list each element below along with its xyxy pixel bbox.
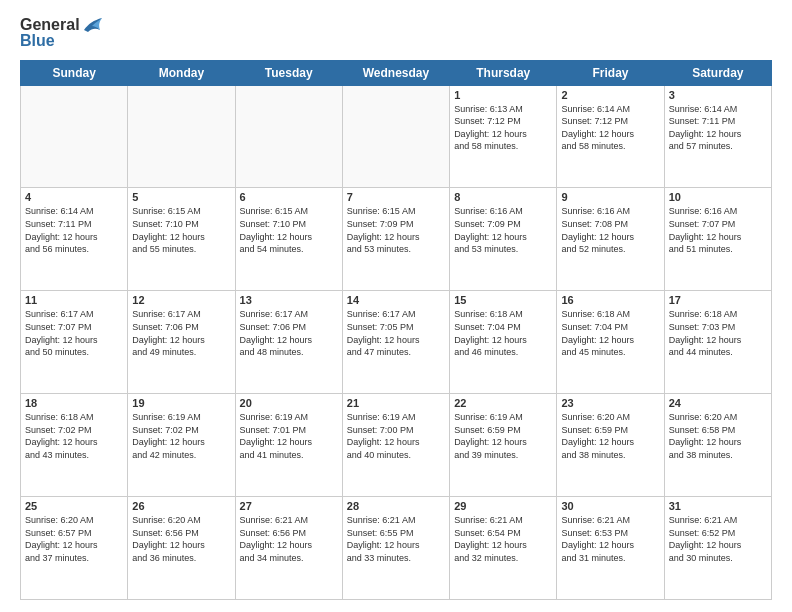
calendar-cell: 30Sunrise: 6:21 AMSunset: 6:53 PMDayligh…	[557, 497, 664, 600]
calendar-cell: 7Sunrise: 6:15 AMSunset: 7:09 PMDaylight…	[342, 188, 449, 291]
day-number: 5	[132, 191, 230, 203]
col-header-wednesday: Wednesday	[342, 60, 449, 85]
calendar-cell: 12Sunrise: 6:17 AMSunset: 7:06 PMDayligh…	[128, 291, 235, 394]
day-number: 31	[669, 500, 767, 512]
day-info: Sunrise: 6:18 AMSunset: 7:04 PMDaylight:…	[454, 308, 552, 358]
calendar-week-row: 18Sunrise: 6:18 AMSunset: 7:02 PMDayligh…	[21, 394, 772, 497]
day-info: Sunrise: 6:15 AMSunset: 7:09 PMDaylight:…	[347, 205, 445, 255]
header: General Blue	[20, 16, 772, 50]
col-header-sunday: Sunday	[21, 60, 128, 85]
day-info: Sunrise: 6:16 AMSunset: 7:07 PMDaylight:…	[669, 205, 767, 255]
calendar-cell	[342, 85, 449, 188]
day-info: Sunrise: 6:19 AMSunset: 7:00 PMDaylight:…	[347, 411, 445, 461]
calendar-cell: 19Sunrise: 6:19 AMSunset: 7:02 PMDayligh…	[128, 394, 235, 497]
day-info: Sunrise: 6:19 AMSunset: 7:02 PMDaylight:…	[132, 411, 230, 461]
day-info: Sunrise: 6:14 AMSunset: 7:11 PMDaylight:…	[25, 205, 123, 255]
logo: General Blue	[20, 16, 104, 50]
page: General Blue SundayMondayTuesdayWednesda…	[0, 0, 792, 612]
day-number: 10	[669, 191, 767, 203]
calendar-week-row: 4Sunrise: 6:14 AMSunset: 7:11 PMDaylight…	[21, 188, 772, 291]
day-info: Sunrise: 6:16 AMSunset: 7:08 PMDaylight:…	[561, 205, 659, 255]
day-info: Sunrise: 6:20 AMSunset: 6:59 PMDaylight:…	[561, 411, 659, 461]
calendar-cell: 4Sunrise: 6:14 AMSunset: 7:11 PMDaylight…	[21, 188, 128, 291]
day-number: 13	[240, 294, 338, 306]
calendar-cell: 20Sunrise: 6:19 AMSunset: 7:01 PMDayligh…	[235, 394, 342, 497]
calendar-cell: 11Sunrise: 6:17 AMSunset: 7:07 PMDayligh…	[21, 291, 128, 394]
calendar-cell	[21, 85, 128, 188]
day-info: Sunrise: 6:17 AMSunset: 7:05 PMDaylight:…	[347, 308, 445, 358]
day-number: 23	[561, 397, 659, 409]
day-number: 22	[454, 397, 552, 409]
day-number: 15	[454, 294, 552, 306]
col-header-thursday: Thursday	[450, 60, 557, 85]
day-number: 19	[132, 397, 230, 409]
day-info: Sunrise: 6:15 AMSunset: 7:10 PMDaylight:…	[240, 205, 338, 255]
day-info: Sunrise: 6:18 AMSunset: 7:03 PMDaylight:…	[669, 308, 767, 358]
day-number: 11	[25, 294, 123, 306]
calendar-cell: 25Sunrise: 6:20 AMSunset: 6:57 PMDayligh…	[21, 497, 128, 600]
day-info: Sunrise: 6:17 AMSunset: 7:06 PMDaylight:…	[240, 308, 338, 358]
calendar-cell: 29Sunrise: 6:21 AMSunset: 6:54 PMDayligh…	[450, 497, 557, 600]
day-info: Sunrise: 6:21 AMSunset: 6:56 PMDaylight:…	[240, 514, 338, 564]
day-number: 25	[25, 500, 123, 512]
day-info: Sunrise: 6:19 AMSunset: 6:59 PMDaylight:…	[454, 411, 552, 461]
day-number: 18	[25, 397, 123, 409]
day-number: 4	[25, 191, 123, 203]
calendar-cell: 22Sunrise: 6:19 AMSunset: 6:59 PMDayligh…	[450, 394, 557, 497]
day-info: Sunrise: 6:21 AMSunset: 6:52 PMDaylight:…	[669, 514, 767, 564]
day-info: Sunrise: 6:15 AMSunset: 7:10 PMDaylight:…	[132, 205, 230, 255]
day-number: 9	[561, 191, 659, 203]
day-info: Sunrise: 6:21 AMSunset: 6:55 PMDaylight:…	[347, 514, 445, 564]
calendar-week-row: 25Sunrise: 6:20 AMSunset: 6:57 PMDayligh…	[21, 497, 772, 600]
calendar-header-row: SundayMondayTuesdayWednesdayThursdayFrid…	[21, 60, 772, 85]
day-number: 14	[347, 294, 445, 306]
col-header-saturday: Saturday	[664, 60, 771, 85]
calendar-cell: 6Sunrise: 6:15 AMSunset: 7:10 PMDaylight…	[235, 188, 342, 291]
day-info: Sunrise: 6:21 AMSunset: 6:54 PMDaylight:…	[454, 514, 552, 564]
col-header-tuesday: Tuesday	[235, 60, 342, 85]
day-info: Sunrise: 6:14 AMSunset: 7:12 PMDaylight:…	[561, 103, 659, 153]
day-info: Sunrise: 6:20 AMSunset: 6:58 PMDaylight:…	[669, 411, 767, 461]
calendar-cell: 23Sunrise: 6:20 AMSunset: 6:59 PMDayligh…	[557, 394, 664, 497]
day-info: Sunrise: 6:19 AMSunset: 7:01 PMDaylight:…	[240, 411, 338, 461]
day-number: 3	[669, 89, 767, 101]
day-info: Sunrise: 6:20 AMSunset: 6:57 PMDaylight:…	[25, 514, 123, 564]
day-number: 1	[454, 89, 552, 101]
day-info: Sunrise: 6:17 AMSunset: 7:06 PMDaylight:…	[132, 308, 230, 358]
day-number: 17	[669, 294, 767, 306]
day-info: Sunrise: 6:18 AMSunset: 7:04 PMDaylight:…	[561, 308, 659, 358]
day-info: Sunrise: 6:16 AMSunset: 7:09 PMDaylight:…	[454, 205, 552, 255]
calendar-cell: 26Sunrise: 6:20 AMSunset: 6:56 PMDayligh…	[128, 497, 235, 600]
logo-blue-text: Blue	[20, 32, 104, 50]
day-number: 26	[132, 500, 230, 512]
calendar-cell: 1Sunrise: 6:13 AMSunset: 7:12 PMDaylight…	[450, 85, 557, 188]
day-number: 6	[240, 191, 338, 203]
calendar-cell: 13Sunrise: 6:17 AMSunset: 7:06 PMDayligh…	[235, 291, 342, 394]
day-number: 8	[454, 191, 552, 203]
day-info: Sunrise: 6:20 AMSunset: 6:56 PMDaylight:…	[132, 514, 230, 564]
calendar-cell	[235, 85, 342, 188]
calendar-cell: 21Sunrise: 6:19 AMSunset: 7:00 PMDayligh…	[342, 394, 449, 497]
calendar-cell: 5Sunrise: 6:15 AMSunset: 7:10 PMDaylight…	[128, 188, 235, 291]
day-info: Sunrise: 6:14 AMSunset: 7:11 PMDaylight:…	[669, 103, 767, 153]
day-info: Sunrise: 6:18 AMSunset: 7:02 PMDaylight:…	[25, 411, 123, 461]
calendar-week-row: 11Sunrise: 6:17 AMSunset: 7:07 PMDayligh…	[21, 291, 772, 394]
day-info: Sunrise: 6:13 AMSunset: 7:12 PMDaylight:…	[454, 103, 552, 153]
calendar-cell: 18Sunrise: 6:18 AMSunset: 7:02 PMDayligh…	[21, 394, 128, 497]
calendar-cell: 3Sunrise: 6:14 AMSunset: 7:11 PMDaylight…	[664, 85, 771, 188]
col-header-friday: Friday	[557, 60, 664, 85]
calendar-cell: 8Sunrise: 6:16 AMSunset: 7:09 PMDaylight…	[450, 188, 557, 291]
calendar-cell: 17Sunrise: 6:18 AMSunset: 7:03 PMDayligh…	[664, 291, 771, 394]
day-number: 12	[132, 294, 230, 306]
calendar-cell: 10Sunrise: 6:16 AMSunset: 7:07 PMDayligh…	[664, 188, 771, 291]
day-number: 28	[347, 500, 445, 512]
day-number: 24	[669, 397, 767, 409]
col-header-monday: Monday	[128, 60, 235, 85]
day-info: Sunrise: 6:17 AMSunset: 7:07 PMDaylight:…	[25, 308, 123, 358]
calendar-cell: 24Sunrise: 6:20 AMSunset: 6:58 PMDayligh…	[664, 394, 771, 497]
day-number: 7	[347, 191, 445, 203]
day-number: 21	[347, 397, 445, 409]
calendar-week-row: 1Sunrise: 6:13 AMSunset: 7:12 PMDaylight…	[21, 85, 772, 188]
day-number: 27	[240, 500, 338, 512]
calendar-cell: 15Sunrise: 6:18 AMSunset: 7:04 PMDayligh…	[450, 291, 557, 394]
